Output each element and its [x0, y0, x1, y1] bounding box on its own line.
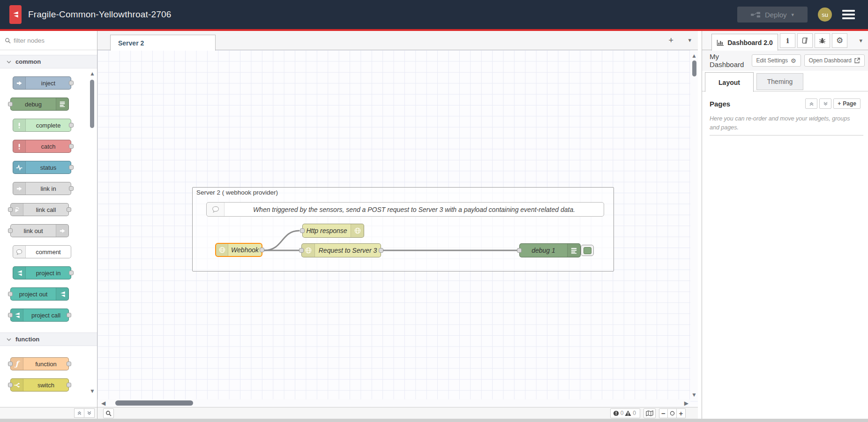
- config-tab-button[interactable]: ⚙: [832, 33, 847, 48]
- comment-node[interactable]: When triggered by the sensors, send a PO…: [206, 202, 604, 217]
- node-port-out[interactable]: [67, 362, 71, 366]
- node-port-out[interactable]: [379, 248, 383, 253]
- node-debug-1[interactable]: debug 1: [519, 243, 581, 257]
- canvas-hscrollbar[interactable]: ◀ ▶: [97, 399, 690, 407]
- tab-layout[interactable]: Layout: [705, 72, 754, 92]
- node-port-out[interactable]: [69, 186, 74, 191]
- main-menu-icon[interactable]: [842, 10, 855, 19]
- sidebar-menu-caret-icon[interactable]: ▾: [859, 37, 862, 44]
- palette-node-status[interactable]: status: [13, 161, 71, 174]
- flow-list-caret-icon[interactable]: ▾: [688, 37, 691, 44]
- node-port-in[interactable]: [300, 228, 305, 233]
- scroll-down-icon[interactable]: ▼: [89, 388, 96, 394]
- comment-bubble-icon: [13, 246, 26, 258]
- palette-node-project-in[interactable]: project in: [13, 266, 71, 279]
- scroll-down-icon[interactable]: ▼: [690, 392, 698, 398]
- palette-node-link-call[interactable]: link call: [10, 203, 69, 216]
- palette-node-function[interactable]: ƒ function: [10, 357, 69, 370]
- debug-enable-toggle[interactable]: [581, 245, 594, 256]
- palette-node-link-out[interactable]: link out: [10, 224, 69, 237]
- collapse-all-button[interactable]: [74, 408, 84, 418]
- zoom-in-button[interactable]: +: [677, 408, 686, 418]
- node-port-in[interactable]: [299, 248, 304, 253]
- scrollbar-thumb[interactable]: [692, 60, 696, 76]
- dashboard-tabs: Layout Theming: [702, 71, 868, 91]
- minimap-button[interactable]: [644, 408, 656, 418]
- open-dashboard-button[interactable]: Open Dashboard: [804, 54, 865, 67]
- flow-tabbar: Server 2 + ▾: [97, 31, 698, 50]
- palette-search[interactable]: [0, 31, 97, 50]
- scroll-up-icon[interactable]: ▲: [690, 53, 698, 59]
- scroll-up-icon[interactable]: ▲: [89, 70, 96, 77]
- node-port-in[interactable]: [8, 313, 13, 317]
- node-port-out[interactable]: [69, 81, 74, 85]
- tab-dashboard-2[interactable]: Dashboard 2.0: [711, 34, 778, 51]
- palette-node-comment[interactable]: comment: [13, 245, 71, 258]
- palette-scrollbar[interactable]: ▲ ▼: [89, 70, 96, 394]
- edit-settings-button[interactable]: Edit Settings ⚙: [752, 54, 801, 67]
- sidebar-splitter[interactable]: [698, 31, 702, 419]
- node-port-out[interactable]: [69, 165, 74, 170]
- palette-node-catch[interactable]: catch: [13, 140, 71, 153]
- status-pulse-icon: [13, 161, 26, 173]
- move-page-down-button[interactable]: [819, 98, 831, 109]
- node-port-in[interactable]: [8, 207, 13, 212]
- node-port-in[interactable]: [8, 362, 13, 366]
- flow-canvas[interactable]: Server 2 ( webhook provider) When trigge…: [97, 50, 698, 407]
- scrollbar-thumb[interactable]: [115, 400, 193, 406]
- add-flow-icon[interactable]: +: [668, 36, 673, 45]
- info-tab-button[interactable]: i: [780, 33, 795, 48]
- tab-theming[interactable]: Theming: [756, 73, 803, 90]
- palette-node-debug[interactable]: debug: [10, 98, 69, 111]
- node-webhook[interactable]: Webhook: [215, 243, 262, 257]
- expand-all-button[interactable]: [84, 408, 95, 418]
- deploy-button[interactable]: Deploy ▾: [737, 7, 808, 23]
- canvas-vscrollbar[interactable]: ▲ ▼: [690, 50, 698, 399]
- palette-node-link-in[interactable]: link in: [13, 182, 71, 195]
- palette-category-common[interactable]: common: [0, 55, 97, 68]
- node-port-in[interactable]: [8, 228, 13, 233]
- scroll-right-icon[interactable]: ▶: [684, 400, 688, 407]
- dashboard-title: My Dashboard: [710, 53, 752, 68]
- scroll-left-icon[interactable]: ◀: [101, 400, 105, 407]
- flow-tab-server-2[interactable]: Server 2: [110, 35, 216, 51]
- info-icon: i: [786, 37, 789, 45]
- palette-node-project-out[interactable]: project out: [10, 287, 69, 301]
- palette-node-switch[interactable]: switch: [10, 378, 69, 392]
- palette-footer: [0, 407, 97, 419]
- user-avatar[interactable]: su: [818, 8, 832, 22]
- node-port-in[interactable]: [8, 102, 13, 106]
- node-port-out[interactable]: [69, 271, 74, 275]
- scrollbar-thumb[interactable]: [90, 80, 94, 128]
- node-port-in[interactable]: [8, 383, 13, 387]
- node-port-out[interactable]: [260, 248, 264, 252]
- node-port-in[interactable]: [517, 248, 522, 253]
- exclamation-icon: [13, 119, 26, 131]
- move-page-up-button[interactable]: [805, 98, 817, 109]
- palette-node-inject[interactable]: inject: [13, 76, 71, 90]
- help-tab-button[interactable]: [797, 33, 813, 48]
- zoom-reset-button[interactable]: [668, 408, 677, 418]
- node-port-out[interactable]: [69, 123, 74, 128]
- palette-category-function[interactable]: function: [0, 332, 97, 346]
- node-http-response[interactable]: Http response: [302, 224, 364, 238]
- function-icon: ƒ: [11, 358, 23, 370]
- node-port-out[interactable]: [67, 313, 71, 317]
- debug-sidebar-icon: [56, 98, 68, 110]
- inject-icon: [13, 77, 26, 89]
- node-port-out[interactable]: [69, 144, 74, 149]
- palette-node-complete[interactable]: complete: [13, 119, 71, 132]
- palette-filter-input[interactable]: [14, 37, 84, 44]
- node-port-out[interactable]: [67, 383, 71, 387]
- node-port-out[interactable]: [67, 207, 71, 212]
- palette-node-project-call[interactable]: project call: [10, 309, 69, 322]
- add-page-button[interactable]: + Page: [833, 98, 861, 109]
- zoom-out-button[interactable]: −: [659, 408, 668, 418]
- globe-icon: [216, 244, 228, 256]
- deploy-caret-icon[interactable]: ▾: [792, 12, 794, 18]
- search-flows-button[interactable]: [103, 408, 114, 418]
- node-request-to-server-3[interactable]: Request to Server 3: [301, 243, 381, 257]
- notifications-button[interactable]: 0 0: [610, 408, 640, 418]
- debug-tab-button[interactable]: [815, 33, 830, 48]
- node-port-in[interactable]: [8, 292, 13, 296]
